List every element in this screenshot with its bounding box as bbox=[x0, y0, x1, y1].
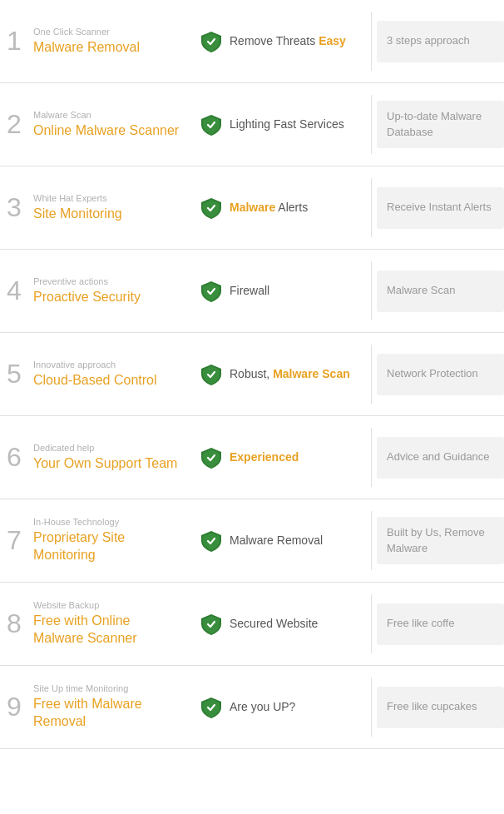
vertical-divider bbox=[371, 594, 372, 653]
feature-label: Lighting Fast Services bbox=[230, 117, 344, 132]
vertical-divider bbox=[371, 678, 372, 737]
row-number: 1 bbox=[0, 26, 25, 57]
shield-icon bbox=[200, 196, 223, 220]
row-badge: Malware Scan bbox=[377, 271, 504, 312]
feature-label: Firewall bbox=[230, 283, 269, 298]
row-feature: Experienced bbox=[191, 446, 366, 469]
feature-label: Malware Alerts bbox=[230, 200, 308, 215]
shield-icon bbox=[200, 280, 223, 303]
vertical-divider bbox=[371, 178, 372, 237]
row-main-title: Your Own Support Team bbox=[33, 455, 183, 473]
feature-label: Robust, Malware Scan bbox=[230, 366, 350, 381]
feature-label: Are you UP? bbox=[230, 699, 295, 714]
row-subtitle: Dedicated help bbox=[33, 443, 183, 453]
row-main-title: Malware Removal bbox=[33, 39, 183, 57]
row-main-title: Proprietary Site Monitoring bbox=[33, 529, 183, 564]
row-feature: Are you UP? bbox=[191, 696, 366, 719]
row-badge: Free like cupcakes bbox=[377, 687, 504, 728]
row-subtitle: Site Up time Monitoring bbox=[33, 683, 183, 693]
row-title-block: Innovative approach Cloud-Based Control bbox=[25, 360, 191, 390]
row-badge: Built by Us, Remove Malware bbox=[377, 517, 504, 563]
row-main-title: Online Malware Scanner bbox=[33, 122, 183, 140]
row-main-title: Proactive Security bbox=[33, 289, 183, 306]
row-title-block: Site Up time Monitoring Free with Malwar… bbox=[25, 683, 191, 731]
row-feature: Secured Website bbox=[191, 613, 366, 636]
feature-row-8: 8 Website Backup Free with Online Malwar… bbox=[0, 583, 504, 666]
row-feature: Malware Removal bbox=[191, 529, 366, 553]
row-main-title: Cloud-Based Control bbox=[33, 372, 183, 390]
row-title-block: Malware Scan Online Malware Scanner bbox=[25, 110, 191, 140]
row-feature: Firewall bbox=[191, 280, 366, 303]
row-title-block: One Click Scanner Malware Removal bbox=[25, 27, 191, 57]
row-subtitle: In-House Technology bbox=[33, 517, 183, 527]
shield-icon bbox=[200, 696, 223, 719]
row-subtitle: One Click Scanner bbox=[33, 27, 183, 37]
row-subtitle: White Hat Experts bbox=[33, 193, 183, 203]
feature-label: Experienced bbox=[230, 449, 299, 464]
row-number: 5 bbox=[0, 359, 25, 390]
row-main-title: Site Monitoring bbox=[33, 206, 183, 223]
row-number: 8 bbox=[0, 608, 25, 639]
row-badge: Receive Instant Alerts bbox=[377, 187, 504, 229]
row-subtitle: Preventive actions bbox=[33, 276, 183, 286]
row-title-block: Dedicated help Your Own Support Team bbox=[25, 443, 191, 473]
feature-row-4: 4 Preventive actions Proactive Security … bbox=[0, 250, 504, 333]
feature-label: Secured Website bbox=[230, 616, 318, 631]
row-number: 2 bbox=[0, 109, 25, 140]
row-main-title: Free with Malware Removal bbox=[33, 696, 183, 731]
feature-label: Malware Removal bbox=[230, 533, 323, 548]
feature-row-9: 9 Site Up time Monitoring Free with Malw… bbox=[0, 666, 504, 749]
row-number: 3 bbox=[0, 192, 25, 223]
row-badge: Free like coffe bbox=[377, 603, 504, 645]
row-badge: Network Protection bbox=[377, 354, 504, 395]
feature-row-1: 1 One Click Scanner Malware Removal Remo… bbox=[0, 0, 504, 83]
row-number: 4 bbox=[0, 275, 25, 306]
vertical-divider bbox=[371, 95, 372, 154]
row-number: 9 bbox=[0, 692, 25, 722]
shield-icon bbox=[200, 529, 223, 553]
feature-row-7: 7 In-House Technology Proprietary Site M… bbox=[0, 499, 504, 583]
shield-icon bbox=[200, 113, 223, 136]
vertical-divider bbox=[371, 261, 372, 320]
row-main-title: Free with Online Malware Scanner bbox=[33, 613, 183, 648]
feature-row-5: 5 Innovative approach Cloud-Based Contro… bbox=[0, 333, 504, 416]
vertical-divider bbox=[371, 12, 372, 71]
row-title-block: White Hat Experts Site Monitoring bbox=[25, 193, 191, 223]
row-subtitle: Innovative approach bbox=[33, 360, 183, 370]
row-title-block: Preventive actions Proactive Security bbox=[25, 276, 191, 306]
row-badge: 3 steps approach bbox=[377, 21, 504, 62]
shield-icon bbox=[200, 613, 223, 636]
vertical-divider bbox=[371, 511, 372, 570]
row-badge: Up-to-date Malware Database bbox=[377, 101, 504, 147]
row-title-block: In-House Technology Proprietary Site Mon… bbox=[25, 517, 191, 564]
shield-icon bbox=[200, 363, 223, 386]
row-feature: Remove Threats Easy bbox=[191, 30, 366, 53]
feature-row-6: 6 Dedicated help Your Own Support Team E… bbox=[0, 416, 504, 499]
row-feature: Malware Alerts bbox=[191, 196, 366, 220]
row-feature: Lighting Fast Services bbox=[191, 113, 366, 136]
row-subtitle: Website Backup bbox=[33, 600, 183, 610]
shield-icon bbox=[200, 446, 223, 469]
row-number: 6 bbox=[0, 442, 25, 473]
row-subtitle: Malware Scan bbox=[33, 110, 183, 120]
shield-icon bbox=[200, 30, 223, 53]
row-number: 7 bbox=[0, 525, 25, 556]
feature-row-3: 3 White Hat Experts Site Monitoring Malw… bbox=[0, 166, 504, 250]
feature-label: Remove Threats Easy bbox=[230, 33, 346, 48]
vertical-divider bbox=[371, 345, 372, 404]
row-title-block: Website Backup Free with Online Malware … bbox=[25, 600, 191, 648]
row-badge: Advice and Guidance bbox=[377, 437, 504, 479]
feature-row-2: 2 Malware Scan Online Malware Scanner Li… bbox=[0, 83, 504, 166]
row-feature: Robust, Malware Scan bbox=[191, 363, 366, 386]
vertical-divider bbox=[371, 428, 372, 487]
